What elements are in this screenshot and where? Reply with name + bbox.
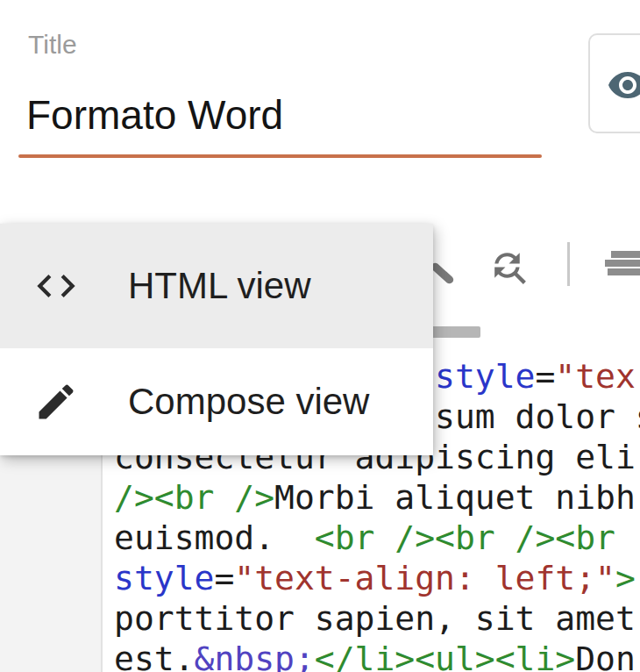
code-icon — [33, 263, 79, 309]
menu-item-html-view[interactable]: HTML view — [0, 224, 433, 348]
pencil-icon — [33, 379, 79, 425]
toolbar-divider — [567, 242, 570, 286]
eye-icon — [607, 64, 640, 106]
code-line: euismod. <br /><br /><br — [0, 518, 640, 558]
code-line: style="text-align: left;"> — [0, 558, 640, 598]
title-field-label: Title — [28, 30, 77, 60]
view-menu: HTML view Compose view — [0, 224, 433, 455]
align-right-icon[interactable] — [605, 251, 640, 277]
code-line: est.&nbsp;</li><ul><li>Don — [0, 639, 640, 672]
code-line: /><br />Morbi aliquet nibh — [0, 477, 640, 518]
partial-toolbar-icon[interactable] — [430, 261, 455, 285]
menu-item-label: HTML view — [128, 265, 310, 307]
menu-item-compose-view[interactable]: Compose view — [0, 348, 433, 455]
title-input[interactable]: Formato Word — [26, 91, 283, 139]
menu-item-label: Compose view — [128, 381, 369, 423]
horizontal-scrollbar-thumb[interactable] — [428, 326, 480, 338]
code-line: porttitor sapien, sit amet — [0, 598, 640, 639]
post-editor-screen: Title Formato Word style="texsum dolor s… — [0, 0, 640, 672]
title-field-underline — [18, 154, 542, 158]
find-replace-icon[interactable] — [487, 246, 530, 289]
